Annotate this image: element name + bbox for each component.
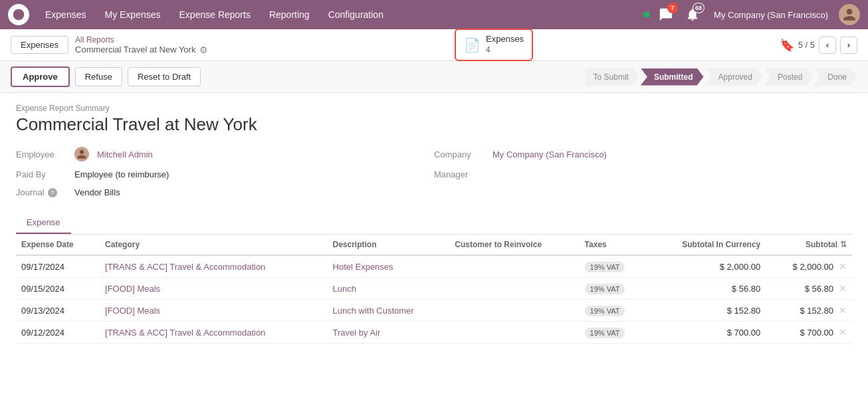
report-title: Commercial Travel at New York: [16, 114, 852, 135]
cell-description[interactable]: Lunch with Customer: [328, 300, 450, 322]
cell-date: 09/12/2024: [16, 322, 100, 344]
cell-customer: [449, 300, 579, 322]
remove-row-button[interactable]: ✕: [839, 327, 847, 338]
paid-by-label: Paid By: [16, 169, 69, 179]
cell-taxes: 19% VAT: [580, 322, 647, 344]
cell-subtotal: $ 700.00 ✕: [766, 322, 852, 343]
cell-subtotal: $ 2,000.00 ✕: [766, 256, 852, 277]
remove-row-button[interactable]: ✕: [839, 305, 847, 316]
nav-configuration[interactable]: Configuration: [320, 5, 391, 24]
cell-subtotal: $ 152.80 ✕: [766, 300, 852, 321]
employee-label: Employee: [16, 150, 69, 159]
table-row: 09/15/2024 [FOOD] Meals Lunch 19% VAT $ …: [16, 278, 852, 300]
gear-icon[interactable]: ⚙: [199, 45, 208, 55]
activity-icon-btn[interactable]: 68: [682, 4, 703, 25]
journal-help-icon[interactable]: ?: [48, 188, 57, 197]
employee-avatar: [74, 147, 89, 161]
report-summary-label: Expense Report Summary: [16, 104, 852, 113]
main-content: Expense Report Summary Commercial Travel…: [0, 93, 868, 409]
cell-subtotal: $ 56.80 ✕: [766, 278, 852, 299]
cell-subtotal-currency: $ 56.80: [647, 278, 766, 300]
tab-expense[interactable]: Expense: [16, 212, 71, 234]
cell-category[interactable]: [TRANS & ACC] Travel & Accommodation: [100, 322, 327, 344]
journal-label: Journal ?: [16, 187, 69, 197]
remove-row-button[interactable]: ✕: [839, 283, 847, 294]
nav-expenses[interactable]: Expenses: [37, 5, 94, 24]
sort-icon[interactable]: ⇅: [840, 240, 847, 249]
breadcrumb: All Reports Commercial Travel at New Yor…: [75, 35, 208, 55]
prev-record-button[interactable]: ‹: [819, 37, 836, 54]
cell-description[interactable]: Travel by Air: [328, 322, 450, 344]
col-description: Description: [328, 235, 450, 255]
cell-category[interactable]: [FOOD] Meals: [100, 278, 327, 300]
breadcrumb-current: Commercial Travel at New York: [75, 45, 195, 54]
new-button[interactable]: Expenses: [11, 36, 68, 54]
table-row: 09/13/2024 [FOOD] Meals Lunch with Custo…: [16, 300, 852, 322]
status-step-approved[interactable]: Approved: [705, 68, 763, 86]
cell-taxes: 19% VAT: [580, 300, 647, 322]
table-row: 09/17/2024 [TRANS & ACC] Travel & Accomm…: [16, 255, 852, 278]
user-avatar[interactable]: [839, 4, 860, 25]
bookmark-icon[interactable]: 🔖: [780, 38, 794, 52]
status-step-done[interactable]: Done: [814, 68, 857, 86]
status-step-posted[interactable]: Posted: [764, 68, 813, 86]
cell-description[interactable]: Hotel Expenses: [328, 255, 450, 278]
reset-to-draft-button[interactable]: Reset to Draft: [128, 67, 201, 86]
company-name[interactable]: My Company (San Francisco): [714, 10, 828, 20]
journal-value: Vendor Bills: [74, 187, 120, 197]
approve-button[interactable]: Approve: [11, 66, 70, 87]
cell-customer: [449, 278, 579, 300]
messages-badge: 7: [667, 3, 678, 13]
nav-expense-reports[interactable]: Expense Reports: [171, 5, 259, 24]
col-subtotal-currency: Subtotal In Currency: [647, 235, 766, 255]
cell-taxes: 19% VAT: [580, 278, 647, 300]
col-customer: Customer to Reinvoice: [449, 235, 579, 255]
activity-badge: 68: [693, 3, 705, 13]
remove-row-button[interactable]: ✕: [839, 261, 847, 272]
app-logo[interactable]: [8, 4, 29, 25]
cell-date: 09/13/2024: [16, 300, 100, 322]
messages-icon-btn[interactable]: 7: [655, 4, 677, 25]
online-status-icon: [643, 11, 650, 18]
col-taxes: Taxes: [580, 235, 647, 255]
refuse-button[interactable]: Refuse: [75, 67, 122, 86]
cell-subtotal-currency: $ 2,000.00: [647, 255, 766, 278]
breadcrumb-parent-link[interactable]: All Reports: [75, 35, 208, 45]
nav-my-expenses[interactable]: My Expenses: [96, 5, 168, 24]
cell-date: 09/15/2024: [16, 278, 100, 300]
employee-name[interactable]: Mitchell Admin: [97, 150, 153, 159]
topnav: Expenses My Expenses Expense Reports Rep…: [0, 0, 868, 29]
cell-customer: [449, 322, 579, 344]
cell-subtotal-currency: $ 152.80: [647, 300, 766, 322]
nav-reporting[interactable]: Reporting: [261, 5, 318, 24]
cell-description[interactable]: Lunch: [328, 278, 450, 300]
status-pipeline: To SubmitSubmittedApprovedPostedDone: [586, 68, 857, 86]
cell-subtotal-currency: $ 700.00: [647, 322, 766, 344]
tabs-bar: Expense: [16, 212, 852, 235]
cell-date: 09/17/2024: [16, 255, 100, 278]
nav-right: 🔖 5 / 5 ‹ ›: [780, 37, 857, 54]
breadcrumb-bar: Expenses All Reports Commercial Travel a…: [0, 29, 868, 61]
cell-taxes: 19% VAT: [580, 255, 647, 278]
svg-point-0: [13, 9, 25, 21]
cell-category[interactable]: [FOOD] Meals: [100, 300, 327, 322]
col-subtotal: Subtotal ⇅: [766, 235, 852, 255]
expenses-badge-count: 4: [486, 45, 524, 56]
record-position: 5 / 5: [798, 40, 815, 50]
status-step-submitted[interactable]: Submitted: [641, 68, 704, 86]
manager-label: Manager: [434, 169, 487, 179]
paid-by-value: Employee (to reimburse): [74, 169, 169, 179]
col-category: Category: [100, 235, 327, 255]
company-label: Company: [434, 150, 487, 159]
table-row: 09/12/2024 [TRANS & ACC] Travel & Accomm…: [16, 322, 852, 344]
status-step-to-submit[interactable]: To Submit: [586, 68, 639, 86]
col-date: Expense Date: [16, 235, 100, 255]
cell-customer: [449, 255, 579, 278]
expenses-doc-icon: 📄: [464, 37, 481, 53]
expense-table: Expense Date Category Description Custom…: [16, 235, 852, 344]
next-record-button[interactable]: ›: [840, 37, 857, 54]
expenses-badge-label: Expenses: [486, 34, 524, 45]
cell-category[interactable]: [TRANS & ACC] Travel & Accommodation: [100, 255, 327, 278]
company-value[interactable]: My Company (San Francisco): [492, 150, 607, 159]
expenses-badge-button[interactable]: 📄 Expenses 4: [455, 29, 533, 60]
